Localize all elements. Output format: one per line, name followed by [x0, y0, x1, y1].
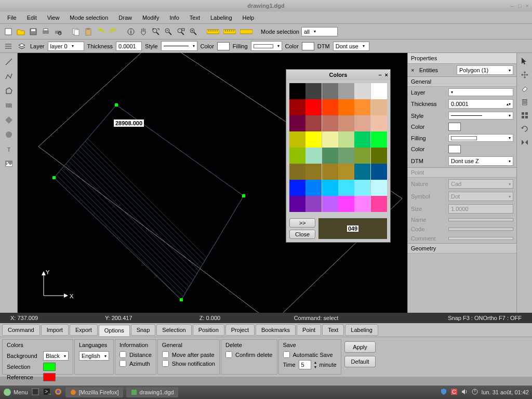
- prop-color-swatch[interactable]: [448, 123, 461, 131]
- close-colors-button[interactable]: Close: [289, 230, 315, 239]
- color2-swatch[interactable]: [302, 42, 314, 50]
- maximize-icon[interactable]: □: [518, 3, 522, 9]
- color-cell[interactable]: [354, 115, 370, 131]
- color-cell[interactable]: [305, 99, 322, 115]
- color-cell[interactable]: [289, 131, 305, 148]
- color-swatch[interactable]: [217, 42, 230, 50]
- color-cell[interactable]: [371, 83, 387, 99]
- color-cell[interactable]: [338, 196, 354, 212]
- language-combo[interactable]: English: [79, 351, 109, 361]
- color-cell[interactable]: [338, 99, 354, 115]
- ruler2-icon[interactable]: [222, 26, 237, 37]
- color-cell[interactable]: [289, 115, 305, 131]
- color-cell[interactable]: [338, 131, 354, 148]
- style-combo[interactable]: [161, 41, 197, 51]
- ruler1-icon[interactable]: [206, 26, 220, 37]
- dialog-minimize-icon[interactable]: –: [378, 72, 381, 78]
- quicklaunch-icon[interactable]: [31, 388, 39, 397]
- filling-combo[interactable]: [251, 41, 282, 51]
- menu-view[interactable]: View: [43, 13, 64, 22]
- color-cell[interactable]: [305, 83, 322, 99]
- menu-info[interactable]: Info: [165, 13, 183, 22]
- zoom-out-icon[interactable]: [163, 26, 174, 37]
- color-cell[interactable]: [289, 99, 305, 115]
- tray-volume-icon[interactable]: [461, 388, 468, 396]
- more-colors-button[interactable]: >>: [289, 218, 315, 228]
- distance-checkbox[interactable]: [119, 351, 126, 358]
- tray-c-icon[interactable]: C: [450, 388, 458, 396]
- tool-rect-icon[interactable]: [3, 100, 15, 111]
- prop-layer-combo[interactable]: [448, 88, 513, 96]
- tab-export[interactable]: Export: [70, 324, 98, 336]
- color-cell[interactable]: [322, 83, 338, 99]
- color-cell[interactable]: [371, 164, 387, 180]
- color-cell[interactable]: [354, 180, 370, 196]
- menu-labeling[interactable]: Labeling: [206, 13, 236, 22]
- print-icon[interactable]: [41, 26, 51, 37]
- save-icon[interactable]: [28, 26, 38, 37]
- prop-filling-combo[interactable]: [448, 134, 513, 142]
- tab-point[interactable]: Point: [297, 324, 321, 336]
- expand-icon[interactable]: [520, 110, 530, 121]
- color-cell[interactable]: [305, 131, 322, 148]
- tool-polyline-icon[interactable]: [3, 71, 15, 82]
- layer-combo[interactable]: layer 0: [48, 42, 84, 51]
- close-icon[interactable]: ×: [526, 3, 529, 9]
- color-cell[interactable]: [305, 164, 322, 180]
- color-cell[interactable]: [305, 148, 322, 164]
- color-cell[interactable]: [371, 196, 387, 212]
- menu-edit[interactable]: Edit: [23, 13, 41, 22]
- mode-selection-combo[interactable]: all: [301, 27, 338, 36]
- zoom-window-icon[interactable]: [176, 26, 186, 37]
- tab-command[interactable]: Command: [2, 324, 40, 336]
- prop-dtm-combo[interactable]: Dont use Z: [448, 156, 513, 166]
- tool-diamond-icon[interactable]: [3, 114, 15, 126]
- autosave-time-input[interactable]: [299, 360, 311, 369]
- color-cell[interactable]: [322, 164, 338, 180]
- prop-style-combo[interactable]: [448, 112, 513, 119]
- bg-color-combo[interactable]: Black: [43, 351, 69, 361]
- dialog-close-icon[interactable]: ×: [385, 72, 388, 78]
- color-cell[interactable]: [371, 99, 387, 115]
- menu-modify[interactable]: Modify: [138, 13, 163, 22]
- taskbar-firefox[interactable]: [Mozilla Firefox]: [65, 387, 123, 397]
- color-cell[interactable]: [338, 164, 354, 180]
- reference-color-swatch[interactable]: [43, 373, 56, 381]
- color-cell[interactable]: [289, 164, 305, 180]
- tool-text-icon[interactable]: T: [3, 143, 15, 155]
- menu-file[interactable]: File: [3, 13, 21, 22]
- autosave-checkbox[interactable]: [283, 351, 290, 358]
- color-cell[interactable]: [354, 83, 370, 99]
- color-cell[interactable]: [322, 131, 338, 148]
- tab-labeling[interactable]: Labeling: [345, 324, 378, 336]
- tray-shield-icon[interactable]: [440, 388, 447, 396]
- confirm-delete-checkbox[interactable]: [225, 351, 232, 358]
- redo-icon[interactable]: [108, 26, 118, 37]
- close-entity-icon[interactable]: ×: [411, 67, 417, 73]
- color-cell[interactable]: [322, 180, 338, 196]
- zoom-extents-icon[interactable]: [151, 26, 161, 37]
- dtm-combo[interactable]: Dont use: [333, 42, 369, 51]
- color-cell[interactable]: [371, 180, 387, 196]
- paste-icon[interactable]: [83, 26, 94, 37]
- tab-project[interactable]: Project: [225, 324, 255, 336]
- color-cell[interactable]: [305, 196, 322, 212]
- color-cell[interactable]: [338, 115, 354, 131]
- info-icon[interactable]: i: [126, 26, 136, 37]
- open-icon[interactable]: [16, 26, 26, 37]
- rotate-icon[interactable]: [520, 124, 530, 134]
- color-cell[interactable]: [371, 131, 387, 148]
- tab-import[interactable]: Import: [41, 324, 69, 336]
- color-cell[interactable]: [354, 164, 370, 180]
- layer-list-icon[interactable]: [3, 41, 14, 51]
- tab-position[interactable]: Position: [193, 324, 224, 336]
- tab-text[interactable]: Text: [322, 324, 344, 336]
- color-cell[interactable]: [322, 115, 338, 131]
- pan-icon[interactable]: [138, 26, 149, 37]
- color-cell[interactable]: [354, 131, 370, 148]
- print-preview-icon[interactable]: [53, 26, 63, 37]
- color-cell[interactable]: [322, 148, 338, 164]
- color-cell[interactable]: [354, 148, 370, 164]
- color-cell[interactable]: [305, 180, 322, 196]
- undo-icon[interactable]: [96, 26, 106, 37]
